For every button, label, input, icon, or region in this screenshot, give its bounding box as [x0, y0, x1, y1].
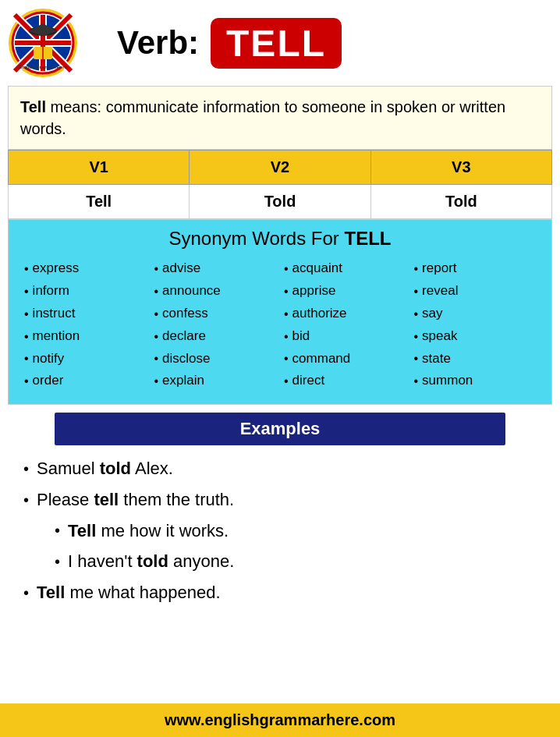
synonyms-title-bold: TELL — [344, 228, 391, 249]
logo: EnglishGrammarHere — [8, 8, 78, 78]
main-content: Tell means: communicate information to s… — [0, 86, 560, 703]
synonym-item: explain — [154, 370, 277, 392]
header-section: EnglishGrammarHere Verb: TELL — [0, 0, 560, 86]
synonym-item: instruct — [24, 303, 147, 325]
synonym-item: mention — [24, 325, 147, 348]
verb-label: Verb: — [117, 24, 199, 62]
examples-list: Samuel told Alex. Please tell them the t… — [8, 453, 552, 608]
synonym-item: notify — [24, 348, 147, 370]
synonym-item: disclose — [154, 348, 277, 370]
synonym-item: confess — [154, 303, 277, 325]
synonym-item: say — [414, 303, 537, 325]
synonym-col-1: express inform instruct mention notify o… — [20, 257, 151, 392]
synonym-item: inform — [24, 280, 147, 303]
synonym-item: speak — [414, 325, 537, 348]
synonyms-title: Synonym Words For TELL — [20, 228, 540, 250]
synonym-item: direct — [284, 370, 406, 392]
synonym-item: order — [24, 370, 147, 392]
synonym-item: summon — [414, 370, 537, 392]
v2-value: Told — [190, 185, 370, 219]
example-item-5: Tell me what happened. — [23, 577, 537, 608]
synonym-col-4: report reveal say speak state summon — [410, 257, 541, 392]
synonym-item: acquaint — [284, 257, 406, 280]
svg-text:EnglishGrammarHere: EnglishGrammarHere — [19, 65, 67, 69]
footer: www.englishgrammarhere.com — [0, 703, 560, 737]
synonym-item: report — [414, 257, 537, 280]
synonym-col-3: acquaint apprise authorize bid command d… — [280, 257, 410, 392]
synonym-item: announce — [154, 280, 277, 303]
synonym-item: advise — [154, 257, 277, 280]
synonym-item: apprise — [284, 280, 406, 303]
svg-rect-11 — [41, 15, 45, 71]
svg-rect-15 — [42, 23, 44, 31]
synonym-item: state — [414, 348, 537, 370]
v1-value: Tell — [9, 185, 190, 219]
v1-header: V1 — [9, 151, 190, 185]
verb-forms-table: V1 V2 V3 Tell Told Told — [8, 150, 552, 219]
examples-header: Examples — [55, 413, 505, 445]
synonym-col-2: advise announce confess declare disclose… — [151, 257, 281, 392]
example-item-4: I haven't told anyone. — [23, 546, 537, 577]
example-item-3: Tell me how it works. — [23, 516, 537, 547]
synonyms-box: Synonym Words For TELL express inform in… — [8, 219, 552, 405]
v3-value: Told — [370, 185, 551, 219]
synonym-item: command — [284, 348, 406, 370]
synonyms-title-normal: Synonym Words For — [169, 228, 345, 249]
synonym-item: reveal — [414, 280, 537, 303]
v2-header: V2 — [190, 151, 370, 185]
example-item-2: Please tell them the truth. — [23, 484, 537, 516]
v3-header: V3 — [370, 151, 551, 185]
tell-badge: TELL — [211, 18, 342, 69]
synonym-item: bid — [284, 325, 406, 348]
synonym-item: declare — [154, 325, 277, 348]
definition-box: Tell means: communicate information to s… — [8, 86, 552, 150]
footer-url: www.englishgrammarhere.com — [165, 711, 395, 728]
example-item-1: Samuel told Alex. — [23, 453, 537, 484]
synonym-item: express — [24, 257, 147, 280]
synonym-item: authorize — [284, 303, 406, 325]
definition-bold: Tell — [20, 98, 46, 115]
definition-text: means: communicate information to someon… — [20, 98, 505, 137]
synonyms-grid: express inform instruct mention notify o… — [20, 257, 540, 392]
